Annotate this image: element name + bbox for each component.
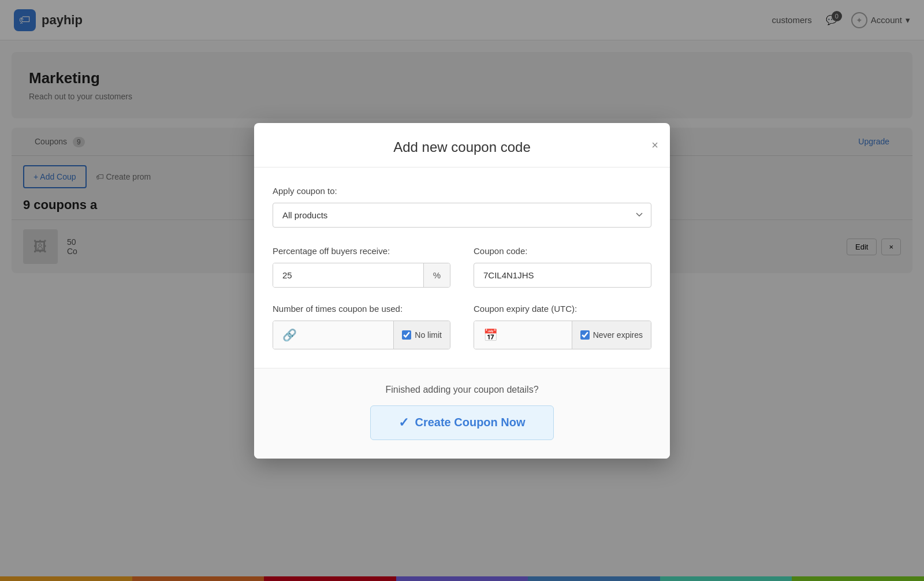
modal-body: Apply coupon to: All products Percentage… [254,167,670,368]
no-limit-area: No limit [393,321,450,349]
apply-coupon-select[interactable]: All products [273,203,651,228]
add-coupon-modal: Add new coupon code × Apply coupon to: A… [254,123,670,459]
never-expires-label[interactable]: Never expires [593,330,643,340]
percentage-input[interactable] [273,263,423,287]
percentage-input-group: % [273,263,450,288]
expiry-label: Coupon expiry date (UTC): [474,304,651,314]
expiry-col: Coupon expiry date (UTC): 📅 Never expire… [474,304,651,349]
apply-coupon-section: Apply coupon to: All products [273,186,651,228]
modal-title: Add new coupon code [393,139,531,155]
create-coupon-label: Create Coupon Now [415,416,525,429]
coupon-code-input[interactable] [474,263,651,288]
coupon-code-label: Coupon code: [474,246,651,256]
footer-text: Finished adding your coupon details? [273,385,651,395]
calendar-icon: 📅 [483,328,498,342]
expiry-icon-area: 📅 [474,321,572,349]
usage-expiry-row: Number of times coupon be used: 🔗 No lim… [273,304,651,349]
usage-col: Number of times coupon be used: 🔗 No lim… [273,304,450,349]
usage-icon-area: 🔗 [273,321,393,349]
percentage-coupon-row: Percentage off buyers receive: % Coupon … [273,246,651,288]
no-limit-checkbox[interactable] [402,330,411,340]
create-check-icon: ✓ [398,415,409,430]
no-limit-label[interactable]: No limit [415,330,442,340]
apply-coupon-label: Apply coupon to: [273,186,651,196]
never-expires-area: Never expires [572,321,651,349]
never-expires-checkbox[interactable] [580,330,590,340]
modal-footer: Finished adding your coupon details? ✓ C… [254,368,670,459]
link-icon: 🔗 [282,328,297,342]
create-coupon-button[interactable]: ✓ Create Coupon Now [370,405,553,440]
modal-header: Add new coupon code × [254,123,670,167]
percentage-label: Percentage off buyers receive: [273,246,450,256]
percentage-col: Percentage off buyers receive: % [273,246,450,288]
usage-input-group: 🔗 No limit [273,321,450,349]
usage-label: Number of times coupon be used: [273,304,450,314]
modal-close-button[interactable]: × [651,139,658,151]
percentage-symbol: % [423,263,450,287]
expiry-input-group: 📅 Never expires [474,321,651,349]
modal-overlay[interactable]: Add new coupon code × Apply coupon to: A… [0,0,924,581]
coupon-code-col: Coupon code: [474,246,651,288]
